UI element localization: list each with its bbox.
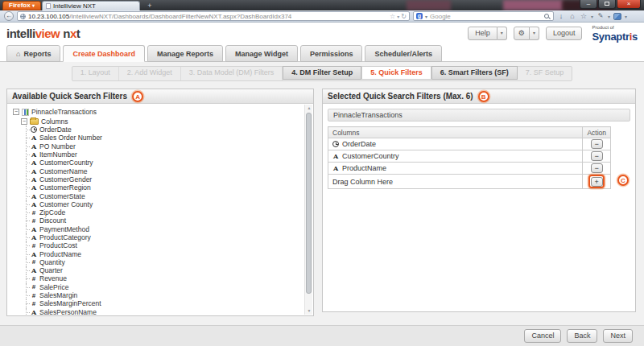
tree-item-customer-county[interactable]: ACustomer County (13, 200, 304, 208)
tree-item-label: Quantity (39, 258, 65, 266)
back-button[interactable]: Back (567, 329, 597, 343)
tab-create-dashboard[interactable]: Create Dashboard (63, 45, 145, 62)
tree-item-revenue[interactable]: #Revenue (13, 274, 304, 282)
tree-item-customerregion[interactable]: ACustomerRegion (13, 183, 304, 192)
tree-item-productname[interactable]: AProductName (13, 249, 304, 257)
search-icon[interactable] (543, 13, 551, 20)
close-button[interactable]: × (617, 0, 641, 9)
search-input[interactable]: Google (430, 13, 541, 20)
tree-root-pinnacletransactions[interactable]: −PinnacleTransactions (13, 107, 304, 117)
browser-tab[interactable]: Intelliview NXT (42, 1, 140, 10)
step-6-smart-filters-sf[interactable]: 6. Smart Filters (SF) (431, 66, 518, 80)
minimize-button[interactable]: – (580, 0, 597, 9)
url-bar[interactable]: 10.23.100.105/IntelliviewNXT/Dashboards/… (17, 11, 410, 21)
tree-item-label: CustomerState (39, 192, 85, 200)
scroll-down-icon[interactable]: ▼ (305, 307, 313, 315)
tree-folder-columns[interactable]: −Columns (13, 117, 304, 126)
tree-item-quarter[interactable]: AQuarter (13, 266, 304, 274)
tab-scheduler-alerts[interactable]: Scheduler/Alerts (365, 45, 442, 62)
annotation-badge-c: C (617, 175, 629, 186)
reload-icon[interactable]: ↻ (401, 13, 407, 20)
tab-groups-icon[interactable] (613, 13, 621, 20)
tree-item-zipcode[interactable]: #ZipCode (13, 208, 304, 216)
cancel-button[interactable]: Cancel (524, 329, 561, 343)
collapse-icon[interactable]: − (21, 118, 27, 125)
text-type-icon: A (31, 200, 37, 208)
bookmarks-dropdown-icon[interactable]: ▾ (591, 14, 593, 19)
tree-item-salespersonname[interactable]: ASalesPersonName (13, 308, 304, 315)
back-button[interactable]: ← (4, 11, 14, 21)
collapse-icon[interactable]: − (13, 109, 19, 115)
selected-filter-row: OrderDate− (328, 138, 611, 150)
dataset-bar[interactable]: PinnacleTransactions (328, 109, 630, 122)
tree-item-salesmargin[interactable]: #SalesMargin (13, 291, 304, 299)
tree-item-sales-order-number[interactable]: ASales Order Number (13, 134, 304, 142)
tab-permissions[interactable]: Permissions (300, 45, 363, 62)
tree-item-customerstate[interactable]: ACustomerState (13, 192, 304, 200)
selected-filter-label: CustomerCountry (342, 152, 399, 160)
titlebar-glass-decoration (407, 0, 451, 10)
help-button[interactable]: Help (468, 27, 497, 40)
step-4-dm-filter-setup[interactable]: 4. DM Filter Setup (283, 66, 361, 80)
new-tab-button[interactable]: + (143, 2, 156, 10)
bookmarks-icon[interactable]: ☆ (580, 11, 588, 21)
tab-label: Manage Reports (157, 50, 213, 58)
tree-scrollbar[interactable]: ▲ ▼ (304, 105, 312, 315)
tree-item-label: PO Number (39, 142, 76, 150)
tab-reports[interactable]: ⌂Reports (6, 45, 60, 62)
maximize-button[interactable] (598, 0, 616, 9)
drag-column-target[interactable]: Drag Column Here (328, 175, 583, 189)
text-type-icon: A (31, 159, 37, 167)
tree-item-productcost[interactable]: #ProductCost (13, 241, 304, 249)
gear-icon[interactable]: ⚙ (514, 27, 530, 40)
step-5-quick-filters[interactable]: 5. Quick Filters (361, 66, 431, 80)
feeds-icon[interactable]: ✎ (597, 11, 605, 21)
browser-navbar: ← 10.23.100.105/IntelliviewNXT/Dashboard… (0, 10, 644, 23)
next-button[interactable]: Next (603, 329, 633, 343)
bookmark-star-icon[interactable]: ☆ (390, 13, 395, 20)
tree-item-customercountry[interactable]: ACustomerCountry (13, 159, 304, 167)
tree-item-customergender[interactable]: ACustomerGender (13, 175, 304, 183)
tree-item-label: Sales Order Number (39, 134, 102, 142)
tree-item-label: ProductCategory (39, 233, 91, 241)
logout-button[interactable]: Logout (546, 27, 583, 40)
tree-item-customername[interactable]: ACustomerName (13, 167, 304, 175)
search-engine-icon[interactable]: g (416, 13, 423, 19)
clock-icon (332, 141, 339, 147)
scrollbar-thumb[interactable] (306, 113, 312, 294)
remove-filter-button[interactable]: − (591, 151, 603, 161)
tree-item-saleprice[interactable]: #SalePrice (13, 283, 304, 291)
remove-filter-button[interactable]: − (591, 163, 603, 173)
firefox-menu-button[interactable]: Firefox ▾ (2, 1, 41, 10)
url-text[interactable]: 10.23.100.105/IntelliviewNXT/Dashboards/… (28, 13, 387, 20)
tree-item-productcategory[interactable]: AProductCategory (13, 233, 304, 241)
tree-item-po-number[interactable]: APO Number (13, 142, 304, 150)
tab-groups-dropdown-icon[interactable]: ▾ (625, 14, 627, 19)
tree-item-itemnumber[interactable]: AItemNumber (13, 150, 304, 159)
downloads-icon[interactable]: ↓ (557, 11, 565, 21)
tree-item-salesmarginpercent[interactable]: #SalesMarginPercent (13, 299, 304, 307)
tree-item-quantity[interactable]: #Quantity (13, 258, 304, 266)
help-dropdown-button[interactable]: ▾ (497, 27, 507, 40)
search-bar[interactable]: g ▾ Google (413, 11, 554, 21)
number-type-icon: # (31, 283, 37, 290)
tree-item-discount[interactable]: #Discount (13, 216, 304, 224)
titlebar-glass-decoration (503, 0, 564, 10)
feeds-dropdown-icon[interactable]: ▾ (608, 14, 610, 19)
tree-item-paymentmethod[interactable]: APaymentMethod (13, 225, 304, 233)
step-7-sf-setup: 7. SF Setup (518, 67, 572, 80)
tab-manage-widget[interactable]: Manage Widget (225, 45, 298, 62)
text-type-icon: A (31, 175, 37, 183)
add-filter-button[interactable]: + (591, 177, 603, 187)
scroll-up-icon[interactable]: ▲ (305, 105, 313, 112)
settings-dropdown-button[interactable]: ▾ (530, 27, 539, 40)
tree-item-orderdate[interactable]: OrderDate (13, 126, 304, 134)
home-icon[interactable]: ⌂ (568, 11, 576, 21)
remove-filter-button[interactable]: − (591, 139, 603, 149)
site-identity-icon[interactable] (20, 14, 26, 19)
module-tab-bar: ⌂ReportsCreate DashboardManage ReportsMa… (0, 44, 644, 62)
text-type-icon: A (332, 164, 339, 172)
search-engine-dropdown-icon[interactable]: ▾ (425, 14, 427, 19)
url-dropdown-icon[interactable]: ▾ (397, 14, 399, 19)
tab-manage-reports[interactable]: Manage Reports (147, 45, 223, 62)
